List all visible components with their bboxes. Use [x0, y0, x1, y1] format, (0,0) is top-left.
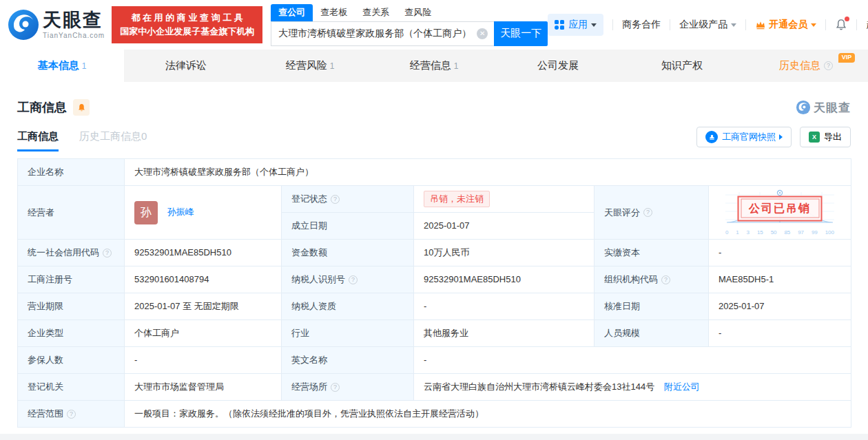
- field-label-text: 经营范围: [28, 407, 63, 421]
- apps-label: 应用: [568, 19, 588, 31]
- revoked-stamp-text: 公司已吊销: [741, 199, 819, 218]
- watermark-logo: 天眼查: [796, 100, 851, 116]
- tab-label: 基本信息: [38, 59, 79, 72]
- credit-code-value: 92532901MAE85DH510: [125, 240, 282, 266]
- stamp-icon: [705, 131, 718, 143]
- official-snapshot-button[interactable]: 工商官网快照: [696, 127, 792, 147]
- operator-name-link[interactable]: 孙振峰: [167, 207, 194, 217]
- excel-icon: X: [809, 132, 820, 143]
- tab-label: 法律诉讼: [165, 59, 207, 72]
- field-label: 登记机关: [18, 374, 125, 401]
- nav-item-cooperation[interactable]: 商务合作: [622, 19, 661, 31]
- tab-label: 经营风险: [286, 59, 327, 72]
- search-tab-risk[interactable]: 查风险: [397, 4, 439, 21]
- header: 天眼查 TianYanCha.com 都 在 用 的 商 业 查 询 工 具 国…: [0, 0, 868, 50]
- tianyan-score-value: 01 315 5085 9799 100 公司已吊销: [709, 186, 851, 240]
- staff-size-value: -: [709, 320, 851, 347]
- table-row: 营业期限 2025-01-07 至 无固定期限 纳税人资质 - 核准日期 202…: [18, 293, 851, 320]
- business-site-text: 云南省大理白族自治州大理市湾桥镇云峰村委会13社144号: [424, 381, 654, 392]
- apps-button[interactable]: 应用: [548, 14, 603, 36]
- table-row: 经营者 孙 孙振峰 登记状态 ? 吊销，未注销 天眼评分 ?: [18, 186, 851, 213]
- apps-grid-icon: [555, 20, 564, 30]
- action-buttons: 工商官网快照 X 导出: [696, 127, 851, 151]
- insured-value: -: [125, 347, 282, 374]
- field-label-text: 登记状态: [291, 192, 327, 206]
- tab-intellectual-property[interactable]: 知识产权: [620, 50, 744, 82]
- tab-business-info[interactable]: 经营信息 1: [372, 50, 496, 82]
- tab-label: 经营信息: [410, 59, 451, 72]
- search-tab-boss[interactable]: 查老板: [313, 4, 355, 21]
- help-icon[interactable]: ?: [331, 195, 340, 204]
- help-icon[interactable]: ?: [103, 249, 112, 258]
- field-label: 天眼评分 ?: [595, 186, 709, 240]
- business-site-value: 云南省大理白族自治州大理市湾桥镇云峰村委会13社144号 附近公司: [414, 374, 851, 401]
- monitor-bell-button[interactable]: [73, 99, 90, 116]
- taxpayer-id-value: 92532901MAE85DH510: [414, 266, 595, 293]
- chevron-down-icon: [811, 23, 816, 27]
- reg-status-value: 吊销，未注销: [414, 186, 595, 213]
- operator-avatar[interactable]: 孙: [134, 201, 158, 224]
- subtab-row: 工商信息 历史工商信息0 工商官网快照 X 导出: [17, 127, 851, 151]
- brand-logo[interactable]: 天眼查 TianYanCha.com: [7, 8, 105, 41]
- operator-value: 孙 孙振峰: [125, 186, 282, 240]
- arrow-right-icon: [779, 134, 783, 140]
- taxpayer-quality-value: -: [414, 293, 595, 320]
- help-icon[interactable]: ?: [643, 208, 652, 217]
- field-label: 统一社会信用代码 ?: [18, 240, 125, 266]
- help-icon[interactable]: ?: [661, 275, 670, 284]
- field-label: 纳税人识别号 ?: [282, 266, 414, 293]
- banner-line-2: 国家中小企业发展子基金旗下机构: [120, 25, 254, 39]
- search-input[interactable]: [271, 21, 494, 46]
- header-nav: 应用 商务合作 企业级产品 开通会员: [548, 14, 868, 36]
- chevron-down-icon: [731, 23, 736, 27]
- table-row: 登记机关 大理市市场监督管理局 经营场所 ? 云南省大理白族自治州大理市湾桥镇云…: [18, 374, 851, 401]
- page: 天眼查 TianYanCha.com 都 在 用 的 商 业 查 询 工 具 国…: [0, 0, 868, 440]
- notification-bell[interactable]: [835, 19, 847, 31]
- help-icon[interactable]: ?: [331, 383, 340, 392]
- search-area: 查公司 查老板 查关系 查风险 ✕ 天眼一下: [271, 4, 548, 46]
- field-label-text: 经营场所: [291, 380, 327, 394]
- field-label: 成立日期: [282, 213, 414, 240]
- tab-label: 历史信息: [779, 59, 820, 72]
- nav-divider: [856, 19, 857, 30]
- search-tab-relation[interactable]: 查关系: [355, 4, 397, 21]
- table-row: 企业名称 大理市湾桥镇破壁家政服务部（个体工商户）: [18, 159, 851, 186]
- export-button[interactable]: X 导出: [800, 127, 851, 147]
- bell-icon: [77, 103, 86, 112]
- nearby-companies-link[interactable]: 附近公司: [664, 381, 700, 392]
- subtab-business-info[interactable]: 工商信息: [17, 130, 59, 151]
- field-label: 纳税人资质: [282, 293, 414, 320]
- tab-operation-risk[interactable]: 经营风险 1: [248, 50, 372, 82]
- tab-company-development[interactable]: 公司发展: [496, 50, 620, 82]
- subtab-history-business-info[interactable]: 历史工商信息0: [79, 130, 147, 151]
- help-icon[interactable]: ?: [67, 410, 76, 419]
- help-icon[interactable]: ?: [349, 275, 358, 284]
- tab-history-info[interactable]: 历史信息 ? VIP: [744, 50, 868, 82]
- table-row: 企业类型 个体工商户 行业 其他服务业 人员规模 -: [18, 320, 851, 347]
- search-button[interactable]: 天眼一下: [494, 21, 548, 46]
- search-tab-company[interactable]: 查公司: [271, 4, 313, 21]
- industry-value: 其他服务业: [414, 320, 595, 347]
- tab-basic-info[interactable]: 基本信息 1: [0, 50, 124, 82]
- field-label: 工商注册号: [18, 266, 125, 293]
- english-name-value: -: [414, 347, 851, 374]
- section-header: 工商信息 天眼查: [17, 99, 851, 116]
- logo-title: 天眼查: [43, 11, 105, 30]
- help-icon[interactable]: ?: [824, 61, 833, 70]
- banner-line-1: 都 在 用 的 商 业 查 询 工 具: [120, 11, 254, 25]
- nav-item-vip[interactable]: 开通会员: [755, 19, 816, 31]
- capital-value: 10万人民币: [414, 240, 595, 266]
- field-label: 企业名称: [18, 159, 125, 186]
- revoked-stamp: 公司已吊销: [738, 196, 823, 221]
- tab-count: 1: [330, 61, 335, 71]
- nav-enterprise-label: 企业级产品: [679, 19, 727, 31]
- field-label: 营业期限: [18, 293, 125, 320]
- notification-dot: [845, 17, 849, 21]
- score-chart: 01 315 5085 9799 100 公司已吊销: [719, 188, 841, 238]
- tab-legal-proceedings[interactable]: 法律诉讼: [124, 50, 248, 82]
- tianyancha-logo-icon: [7, 8, 40, 41]
- tab-count: 1: [82, 61, 87, 71]
- nav-item-enterprise[interactable]: 企业级产品: [679, 19, 736, 31]
- clear-icon[interactable]: ✕: [477, 28, 488, 39]
- field-label: 经营者: [18, 186, 125, 240]
